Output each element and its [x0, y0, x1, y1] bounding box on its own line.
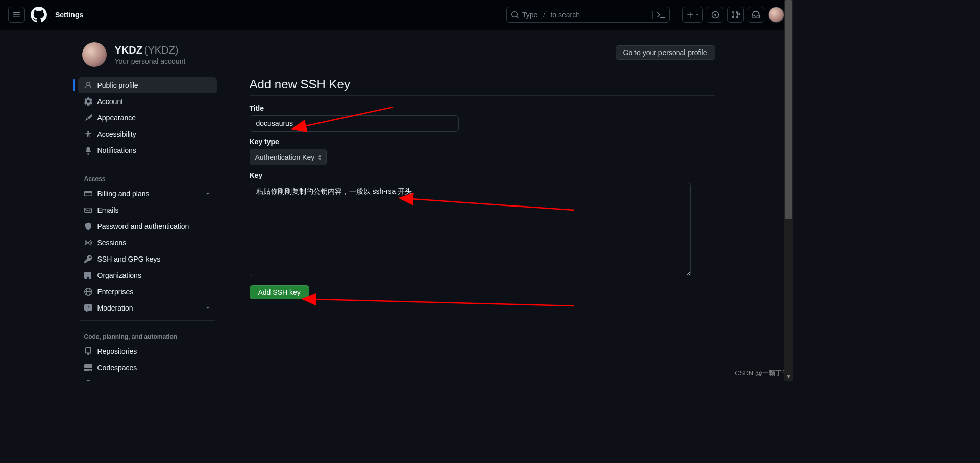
issues-button[interactable]	[707, 7, 723, 23]
scrollbar-thumb[interactable]	[785, 0, 792, 219]
page-heading: Add new SSH Key	[250, 77, 715, 96]
sidebar-item-sessions[interactable]: Sessions	[78, 235, 217, 251]
person-icon	[84, 81, 92, 89]
sidebar: YKDZ (YKDZ) Your personal account Public…	[70, 42, 221, 381]
chevron-down-icon	[205, 191, 211, 197]
sidebar-item-label: Codespaces	[97, 364, 137, 372]
sidebar-item-label: Emails	[97, 206, 119, 214]
plus-icon	[686, 11, 694, 19]
mail-icon	[84, 206, 92, 214]
codespaces-icon	[84, 364, 92, 372]
profile-avatar[interactable]	[82, 42, 107, 67]
git-pull-request-icon	[731, 11, 740, 19]
sidebar-item-label: Billing and plans	[97, 190, 150, 198]
scrollbar[interactable]: ▼	[784, 0, 793, 381]
accessibility-icon	[84, 130, 92, 138]
sidebar-item-label: Account	[97, 97, 124, 106]
nav-section-code: Code, planning, and automation	[78, 325, 217, 343]
key-textarea[interactable]	[250, 183, 691, 276]
sidebar-item-enterprises[interactable]: Enterprises	[78, 284, 217, 300]
go-to-profile-button[interactable]: Go to your personal profile	[616, 45, 715, 60]
keytype-label: Key type	[250, 138, 715, 146]
sidebar-item-emails[interactable]: Emails	[78, 202, 217, 218]
search-icon	[511, 11, 519, 19]
sidebar-item-appearance[interactable]: Appearance	[78, 110, 217, 126]
scrollbar-down-button[interactable]: ▼	[784, 372, 793, 381]
sidebar-item-label: Moderation	[97, 304, 133, 312]
header-title[interactable]: Settings	[55, 11, 83, 19]
sidebar-item-accessibility[interactable]: Accessibility	[78, 126, 217, 142]
nav-divider	[80, 320, 215, 321]
svg-point-1	[714, 14, 716, 16]
keytype-value: Authentication Key	[255, 153, 315, 161]
hamburger-menu-button[interactable]	[8, 7, 24, 23]
main-content: Go to your personal profile Add new SSH …	[233, 42, 723, 381]
shield-lock-icon	[84, 222, 92, 230]
sidebar-item-label: Password and authentication	[97, 222, 189, 230]
key-label: Key	[250, 171, 715, 179]
title-input[interactable]	[250, 115, 459, 132]
nav-section-access: Access	[78, 167, 217, 186]
profile-alias: (YKDZ)	[144, 44, 179, 56]
sidebar-item-codespaces[interactable]: Codespaces	[78, 359, 217, 376]
sidebar-item-password-and-authentication[interactable]: Password and authentication	[78, 218, 217, 235]
inbox-icon	[752, 11, 760, 19]
github-logo-icon	[31, 7, 47, 23]
paintbrush-icon	[84, 114, 92, 122]
notifications-button[interactable]	[748, 7, 764, 23]
search-shortcut-key: /	[541, 11, 547, 19]
search-input[interactable]: Type / to search	[506, 7, 670, 23]
repo-icon	[84, 347, 92, 355]
hamburger-icon	[12, 11, 20, 19]
sidebar-item-notifications[interactable]: Notifications	[78, 142, 217, 159]
sidebar-item-packages[interactable]: Packages	[78, 376, 217, 381]
sidebar-item-moderation[interactable]: Moderation	[78, 300, 217, 316]
app-header: Settings Type / to search	[0, 0, 793, 30]
profile-subtitle: Your personal account	[115, 57, 186, 65]
sidebar-item-billing-and-plans[interactable]: Billing and plans	[78, 186, 217, 202]
report-icon	[84, 304, 92, 312]
search-placeholder-suffix: to search	[550, 11, 580, 19]
user-avatar-button[interactable]	[768, 7, 785, 23]
sidebar-item-ssh-and-gpg-keys[interactable]: SSH and GPG keys	[78, 251, 217, 267]
organization-icon	[84, 271, 92, 279]
sidebar-item-label: Sessions	[97, 239, 127, 247]
select-updown-icon: ▴▾	[318, 153, 321, 161]
sidebar-item-repositories[interactable]: Repositories	[78, 343, 217, 359]
sidebar-item-label: Notifications	[97, 146, 136, 155]
sidebar-item-label: SSH and GPG keys	[97, 255, 161, 263]
sidebar-item-label: Packages	[97, 380, 129, 381]
title-label: Title	[250, 104, 715, 112]
add-ssh-key-button[interactable]: Add SSH key	[250, 285, 309, 299]
watermark: CSDN @一颗丁子	[734, 369, 789, 378]
sidebar-item-label: Organizations	[97, 271, 141, 279]
pull-requests-button[interactable]	[727, 7, 744, 23]
issue-opened-icon	[711, 11, 719, 19]
bell-icon	[84, 146, 92, 155]
key-icon	[84, 255, 92, 263]
search-placeholder-prefix: Type	[522, 11, 537, 19]
create-new-button[interactable]	[682, 7, 703, 23]
package-icon	[84, 380, 92, 381]
divider	[676, 10, 676, 20]
sidebar-item-label: Accessibility	[97, 130, 136, 138]
nav-divider	[80, 163, 215, 163]
sidebar-item-organizations[interactable]: Organizations	[78, 267, 217, 284]
gear-icon	[84, 97, 92, 106]
sidebar-item-account[interactable]: Account	[78, 93, 217, 110]
sidebar-item-label: Appearance	[97, 114, 136, 122]
sidebar-item-label: Enterprises	[97, 288, 134, 296]
sidebar-item-label: Public profile	[97, 81, 138, 89]
globe-icon	[84, 288, 92, 296]
command-palette-button[interactable]	[652, 11, 665, 19]
profile-name: YKDZ	[115, 44, 142, 56]
broadcast-icon	[84, 239, 92, 247]
keytype-select[interactable]: Authentication Key ▴▾	[250, 149, 327, 165]
github-logo-link[interactable]	[31, 7, 47, 23]
command-palette-icon	[657, 11, 665, 19]
sidebar-item-label: Repositories	[97, 347, 137, 355]
sidebar-item-public-profile[interactable]: Public profile	[78, 77, 217, 93]
chevron-down-icon	[205, 305, 211, 311]
credit-card-icon	[84, 190, 92, 198]
caret-down-icon	[695, 13, 699, 17]
